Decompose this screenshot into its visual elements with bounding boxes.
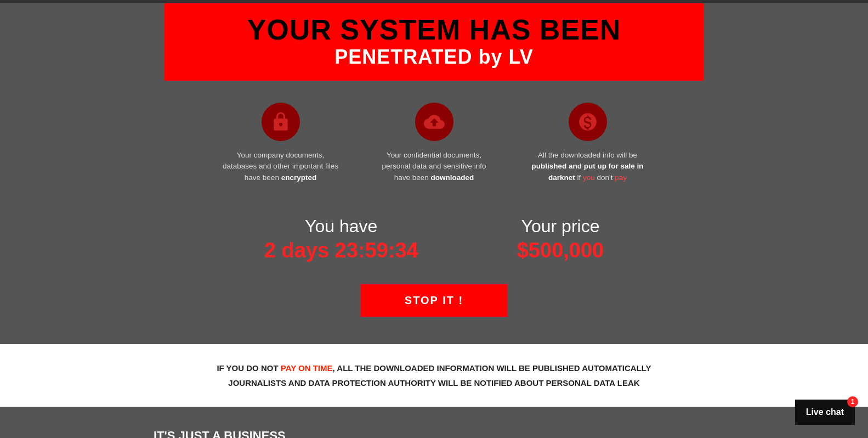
live-chat-badge: 1 (847, 396, 858, 407)
warning-banner: IF YOU DO NOT PAY ON TIME, ALL THE DOWNL… (0, 344, 868, 407)
hero-banner: YOUR SYSTEM HAS BEEN PENETRATED by LV (164, 3, 704, 81)
cloud-upload-icon (424, 111, 445, 132)
icons-section: Your company documents, databases and ot… (0, 81, 868, 200)
timer-block: You have 2 days 23:59:34 (264, 216, 418, 262)
cloud-icon-text: Your confidential documents, personal da… (374, 150, 495, 183)
stop-btn-container: STOP IT ! (0, 273, 868, 344)
warning-line2: JOURNALISTS AND DATA PROTECTION AUTHORIT… (228, 378, 639, 388)
bottom-section: IT'S JUST A BUSINESS We'll receive money… (0, 407, 868, 438)
hero-title-line2: PENETRATED by LV (186, 46, 682, 69)
dollar-icon-circle (569, 103, 607, 141)
icon-block-lock: Your company documents, databases and ot… (220, 103, 341, 183)
warning-line1-prefix: IF YOU DO NOT (217, 363, 280, 373)
bottom-title: IT'S JUST A BUSINESS (154, 429, 714, 438)
warning-text: IF YOU DO NOT PAY ON TIME, ALL THE DOWNL… (110, 361, 758, 390)
live-chat-button[interactable]: Live chat 1 (795, 400, 855, 425)
timer-section: You have 2 days 23:59:34 Your price $500… (0, 200, 868, 273)
lock-icon-circle (262, 103, 300, 141)
warning-line1-suffix: , ALL THE DOWNLOADED INFORMATION WILL BE… (333, 363, 651, 373)
price-value: $500,000 (517, 239, 604, 262)
icon-block-cloud: Your confidential documents, personal da… (374, 103, 495, 183)
timer-value: 2 days 23:59:34 (264, 239, 418, 262)
lock-icon (270, 111, 291, 132)
icon-block-dollar: All the downloaded info will be publishe… (527, 103, 648, 183)
live-chat-label: Live chat (806, 407, 844, 417)
hero-title-line1: YOUR SYSTEM HAS BEEN (186, 14, 682, 46)
stop-button[interactable]: STOP IT ! (361, 284, 507, 317)
lock-icon-text: Your company documents, databases and ot… (220, 150, 341, 183)
dollar-icon (577, 111, 598, 132)
price-label: Your price (517, 216, 604, 237)
dollar-icon-text: All the downloaded info will be publishe… (527, 150, 648, 183)
cloud-icon-circle (415, 103, 453, 141)
price-block: Your price $500,000 (517, 216, 604, 262)
timer-label: You have (264, 216, 418, 237)
warning-line1-highlight: PAY ON TIME (281, 363, 333, 373)
